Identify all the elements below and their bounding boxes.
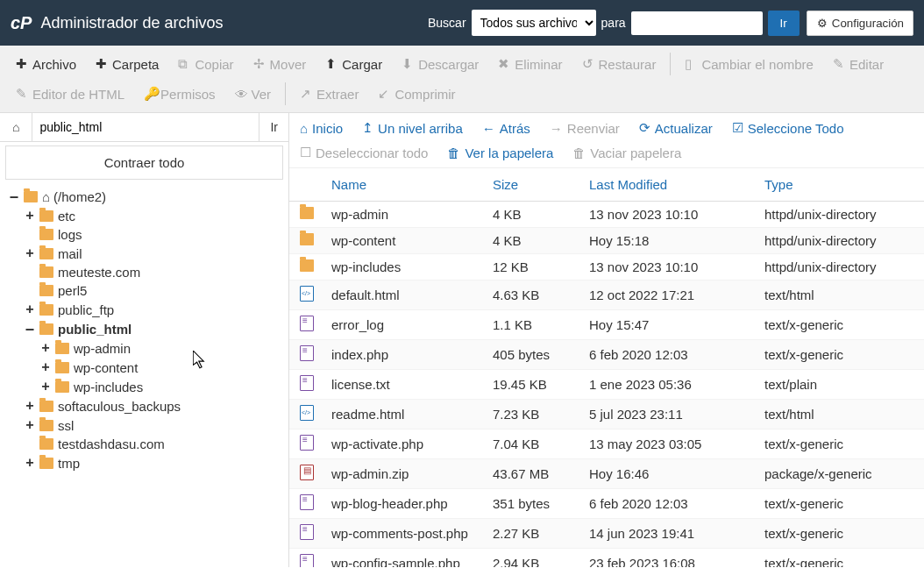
- collapse-toggle[interactable]: –: [9, 188, 19, 204]
- expand-toggle[interactable]: +: [40, 340, 51, 356]
- file-row[interactable]: wp-comments-post.php2.27 KB14 jun 2023 1…: [289, 519, 924, 549]
- upload-button[interactable]: ⬆Cargar: [316, 51, 391, 77]
- folder-icon: [39, 420, 53, 431]
- compress-button[interactable]: ↙Comprimir: [369, 81, 464, 107]
- folder-icon: [39, 285, 53, 296]
- folder-icon: [55, 381, 69, 393]
- cell-type: text/x-generic: [757, 549, 924, 568]
- view-button[interactable]: 👁Ver: [226, 82, 281, 107]
- expand-toggle[interactable]: +: [25, 455, 35, 471]
- tree-node[interactable]: +etc: [25, 206, 288, 225]
- tree-node[interactable]: +wp-content: [40, 358, 288, 377]
- doc-icon: [300, 524, 314, 540]
- collapse-toggle[interactable]: –: [25, 321, 35, 337]
- view-trash-button[interactable]: 🗑Ver la papelera: [447, 145, 553, 160]
- folder-icon: [39, 210, 53, 222]
- file-row[interactable]: wp-includes12 KB13 nov 2023 10:10httpd/u…: [289, 254, 924, 280]
- expand-toggle[interactable]: +: [40, 359, 51, 375]
- file-row[interactable]: wp-admin4 KB13 nov 2023 10:10httpd/unix-…: [289, 202, 924, 228]
- doc-icon: [300, 435, 314, 451]
- file-row[interactable]: readme.html7.23 KB5 jul 2023 23:11text/h…: [289, 400, 924, 430]
- folder-icon: [39, 266, 53, 278]
- col-name[interactable]: Name: [324, 168, 486, 202]
- expand-toggle[interactable]: +: [25, 398, 35, 414]
- file-row[interactable]: wp-blog-header.php351 bytes6 feb 2020 12…: [289, 489, 924, 519]
- tree-node[interactable]: +wp-admin: [40, 338, 288, 358]
- col-type[interactable]: Type: [757, 168, 924, 202]
- empty-trash-button[interactable]: 🗑Vaciar papelera: [572, 145, 681, 160]
- copy-button[interactable]: ⧉Copiar: [169, 51, 242, 77]
- file-row[interactable]: wp-config-sample.php2.94 KB23 feb 2023 1…: [289, 549, 924, 568]
- home-button[interactable]: ⌂: [0, 113, 32, 141]
- back-icon: ←: [482, 121, 495, 136]
- cell-name: readme.html: [324, 400, 486, 430]
- home-icon: ⌂: [12, 120, 19, 134]
- cell-type: text/x-generic: [757, 519, 924, 549]
- expand-toggle[interactable]: +: [25, 245, 35, 261]
- tree-label: logs: [58, 227, 82, 242]
- restore-button[interactable]: ↺Restaurar: [573, 51, 665, 77]
- file-row[interactable]: wp-content4 KBHoy 15:18httpd/unix-direct…: [289, 228, 924, 254]
- file-row[interactable]: wp-activate.php7.04 KB13 may 2023 03:05t…: [289, 430, 924, 459]
- file-row[interactable]: license.txt19.45 KB1 ene 2023 05:36text/…: [289, 370, 924, 400]
- tree-label: perl5: [58, 283, 87, 298]
- collapse-all-button[interactable]: Contraer todo: [5, 146, 283, 180]
- cell-type: text/x-generic: [757, 430, 924, 459]
- tree-node[interactable]: –public_html: [25, 319, 288, 338]
- file-table: Name Size Last Modified Type wp-admin4 K…: [289, 168, 924, 567]
- content-pane: ⌂Inicio ↥Un nivel arriba ←Atrás →Reenvia…: [289, 113, 924, 567]
- move-button[interactable]: ✢Mover: [245, 51, 316, 77]
- permissions-button[interactable]: 🔑Permisos: [135, 81, 224, 107]
- forward-button[interactable]: →Reenviar: [550, 120, 620, 136]
- back-button[interactable]: ←Atrás: [482, 120, 530, 136]
- path-go-button[interactable]: Ir: [259, 113, 288, 141]
- new-folder-button[interactable]: ✚Carpeta: [87, 51, 167, 77]
- search-scope-select[interactable]: Todos sus archivos: [472, 10, 596, 36]
- col-size[interactable]: Size: [486, 168, 582, 202]
- cell-size: 2.27 KB: [486, 519, 582, 549]
- tree-node[interactable]: +mail: [25, 244, 288, 263]
- tree-node[interactable]: perl5: [25, 281, 288, 300]
- file-row[interactable]: wp-admin.zip43.67 MBHoy 16:46package/x-g…: [289, 459, 924, 489]
- new-file-button[interactable]: ✚Archivo: [7, 51, 85, 77]
- col-icon[interactable]: [289, 168, 324, 202]
- folder-icon: [300, 259, 314, 272]
- tree-node[interactable]: meuteste.com: [25, 263, 288, 281]
- col-modified[interactable]: Last Modified: [582, 168, 757, 202]
- upload-icon: ⬆: [325, 56, 338, 72]
- expand-toggle[interactable]: +: [40, 379, 51, 394]
- search-label: Buscar: [428, 16, 466, 30]
- tree-node[interactable]: +ssl: [25, 415, 288, 435]
- delete-button[interactable]: ✖Eliminar: [489, 51, 571, 77]
- cell-size: 1.1 KB: [486, 310, 582, 340]
- settings-button[interactable]: ⚙ Configuración: [807, 11, 913, 36]
- cell-name: error_log: [324, 310, 486, 340]
- tree-node[interactable]: +wp-includes: [40, 377, 288, 396]
- up-level-button[interactable]: ↥Un nivel arriba: [362, 120, 463, 136]
- search-go-button[interactable]: Ir: [768, 11, 800, 36]
- expand-toggle[interactable]: +: [25, 302, 35, 317]
- deselect-all-button[interactable]: ☐Deseleccionar todo: [300, 145, 428, 160]
- tree-node[interactable]: testdashdasu.com: [25, 435, 288, 453]
- edit-button[interactable]: ✎Editar: [824, 51, 892, 77]
- file-row[interactable]: index.php405 bytes6 feb 2020 12:03text/x…: [289, 340, 924, 370]
- tree-node[interactable]: +public_ftp: [25, 300, 288, 319]
- reload-button[interactable]: ⟳Actualizar: [639, 120, 713, 136]
- html-editor-button[interactable]: ✎Editor de HTML: [7, 81, 133, 107]
- select-all-button[interactable]: ☑Seleccione Todo: [732, 120, 844, 136]
- extract-button[interactable]: ↗Extraer: [291, 81, 367, 107]
- cell-modified: 13 nov 2023 10:10: [582, 202, 757, 228]
- file-row[interactable]: default.html4.63 KB12 oct 2022 17:21text…: [289, 280, 924, 310]
- tree-node[interactable]: logs: [25, 225, 288, 244]
- search-input[interactable]: [631, 11, 763, 35]
- tree-node[interactable]: +softaculous_backups: [25, 396, 288, 415]
- tree-root[interactable]: – ⌂ (/home2): [9, 187, 288, 206]
- path-input[interactable]: [32, 113, 259, 141]
- download-button[interactable]: ⬇Descargar: [393, 51, 487, 77]
- tree-node[interactable]: +tmp: [25, 453, 288, 472]
- rename-button[interactable]: ▯Cambiar el nombre: [676, 51, 822, 77]
- expand-toggle[interactable]: +: [25, 208, 35, 224]
- expand-toggle[interactable]: +: [25, 417, 35, 433]
- file-row[interactable]: error_log1.1 KBHoy 15:47text/x-generic: [289, 310, 924, 340]
- home-nav-button[interactable]: ⌂Inicio: [300, 120, 343, 136]
